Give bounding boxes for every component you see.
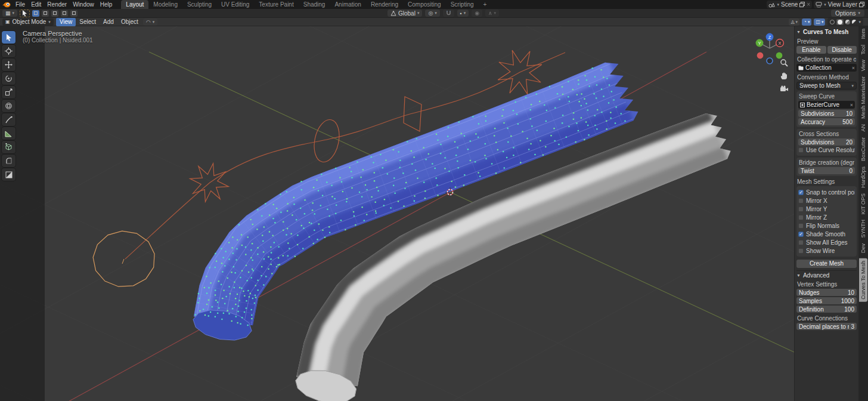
menu-window[interactable]: Window — [70, 0, 97, 9]
mirror-x-row[interactable]: Mirror X — [798, 196, 855, 205]
scene-selector[interactable]: ▾ Scene × — [767, 1, 812, 8]
show-all-edges-checkbox[interactable] — [798, 240, 804, 245]
show-overlays-toggle[interactable]: ◔ ▾ — [802, 18, 811, 26]
disable-button[interactable]: Disable — [827, 46, 857, 54]
proportional-falloff-dropdown[interactable]: ∧ ▾ — [485, 10, 499, 17]
tab-scripting[interactable]: Scripting — [446, 0, 479, 9]
show-all-edges-row[interactable]: Show All Edges — [798, 238, 855, 246]
camera-view-button[interactable] — [779, 84, 789, 94]
decimal-places-slider[interactable]: Decimal places to round t 3 — [796, 323, 857, 330]
shading-solid-active[interactable] — [836, 19, 844, 25]
menu-add[interactable]: Add — [100, 18, 117, 26]
snap-to-control-point-checkbox[interactable]: ✓ — [798, 190, 804, 195]
shading-caret[interactable]: ▾ — [858, 20, 861, 24]
menu-select[interactable]: Select — [76, 18, 100, 26]
gizmo-x-neg[interactable] — [757, 53, 764, 59]
create-mesh-button[interactable]: Create Mesh — [796, 260, 857, 268]
tab-synth[interactable]: SYNTH — [859, 220, 867, 238]
tab-add-workspace[interactable]: + — [479, 0, 492, 9]
pan-button[interactable] — [779, 70, 789, 81]
header-tool-icon-4[interactable] — [61, 10, 68, 17]
sweep-accuracy-slider[interactable]: Accuracy 500 — [798, 118, 855, 125]
tab-uv-editing[interactable]: UV Editing — [216, 0, 254, 9]
tool-cursor[interactable] — [2, 45, 16, 57]
mirror-z-row[interactable]: Mirror Z — [798, 213, 855, 221]
conversion-method-dropdown[interactable]: Sweep to Mesh ▾ — [796, 82, 857, 90]
sweep-curve-clear-icon[interactable]: × — [850, 102, 853, 108]
header-tool-icon-2[interactable] — [42, 10, 49, 17]
tool-extra-1[interactable] — [2, 155, 16, 167]
tab-modeling[interactable]: Modeling — [148, 0, 182, 9]
tab-layout[interactable]: Layout — [121, 0, 148, 9]
panel-header[interactable]: ▼ Curves To Mesh — [796, 27, 857, 36]
menu-edit[interactable]: Edit — [28, 0, 44, 9]
use-curve-resolution-row[interactable]: Use Curve Resolution — [798, 146, 855, 154]
tab-item[interactable]: Item — [859, 29, 867, 39]
advanced-section-header[interactable]: ▼ Advanced — [796, 270, 857, 279]
cross-subdivisions-slider[interactable]: Subdivisions 20 — [798, 138, 855, 146]
xray-toggle[interactable]: ◫ ▾ — [814, 18, 825, 26]
menu-view[interactable]: View — [56, 18, 76, 26]
sweep-subdivisions-slider[interactable]: Subdivisions 10 — [798, 110, 855, 117]
header-tool-icon-5[interactable] — [70, 10, 78, 17]
collection-clear-icon[interactable]: × — [852, 65, 855, 71]
shading-material-icon[interactable] — [845, 20, 850, 24]
viewport-3d[interactable]: Camera Perspective (0) Collection | Nsid… — [0, 26, 794, 401]
collection-field[interactable]: Collection × — [796, 64, 857, 72]
new-view-layer-icon[interactable] — [859, 2, 864, 7]
header-tool-icon-1[interactable] — [32, 10, 39, 17]
zoom-button[interactable] — [779, 57, 789, 68]
definition-slider[interactable]: Definition 100 — [796, 306, 857, 313]
mirror-z-checkbox[interactable] — [798, 215, 804, 220]
tab-mesh-materializer[interactable]: Mesh Materializer — [859, 76, 867, 119]
samples-slider[interactable]: Samples 1000 — [796, 297, 857, 304]
twist-slider[interactable]: Twist 0 — [798, 167, 855, 174]
menu-file[interactable]: File — [13, 0, 28, 9]
tool-select-box[interactable] — [2, 31, 16, 44]
tool-measure[interactable] — [2, 127, 16, 140]
tab-animation[interactable]: Animation — [330, 0, 365, 9]
tab-shading[interactable]: Shading — [299, 0, 330, 9]
tab-kit-ops[interactable]: KIT OPS — [859, 193, 867, 214]
flip-normals-checkbox[interactable] — [798, 223, 804, 229]
tab-boxcutter[interactable]: BoxCutter — [859, 137, 867, 161]
shade-smooth-checkbox[interactable]: ✓ — [798, 232, 804, 237]
menu-object[interactable]: Object — [117, 18, 142, 26]
pivot-point-dropdown[interactable]: ◎ ▾ — [425, 10, 439, 17]
transform-extras-dropdown[interactable]: ◠ ▾ — [143, 18, 157, 26]
editor-type-selector[interactable]: ▦ ▾ — [2, 10, 17, 17]
tool-add-primitive[interactable] — [2, 141, 16, 153]
tab-sculpting[interactable]: Sculpting — [182, 0, 216, 9]
show-gizmos-toggle[interactable]: ◬ ▾ — [789, 18, 799, 26]
active-tool-indicator[interactable] — [20, 10, 30, 17]
tab-dev[interactable]: Dev — [859, 243, 867, 253]
tab-curves-to-mesh[interactable]: Curves To Mesh — [859, 258, 867, 302]
header-tool-icon-3[interactable] — [51, 10, 58, 17]
tab-hardops[interactable]: HardOps — [859, 166, 867, 188]
snap-target-dropdown[interactable]: ▪ ▾ — [457, 10, 469, 17]
tool-rotate[interactable] — [2, 72, 16, 85]
use-curve-resolution-checkbox[interactable] — [798, 147, 804, 153]
shading-wireframe-icon[interactable] — [830, 20, 835, 24]
options-button[interactable]: Options ▾ — [831, 10, 864, 17]
tool-scale[interactable] — [2, 86, 16, 98]
show-wire-checkbox[interactable] — [798, 248, 804, 254]
show-wire-row[interactable]: Show Wire — [798, 246, 855, 255]
unlink-scene-icon[interactable]: × — [807, 1, 810, 8]
enable-button[interactable]: Enable — [796, 46, 826, 54]
flip-normals-row[interactable]: Flip Normals — [798, 221, 855, 230]
new-scene-icon[interactable] — [799, 2, 805, 7]
mode-dropdown[interactable]: ▣ Object Mode ▾ — [2, 18, 54, 26]
tool-extra-2[interactable] — [2, 168, 16, 181]
snap-toggle[interactable] — [443, 10, 454, 17]
mirror-y-checkbox[interactable] — [798, 206, 804, 212]
menu-render[interactable]: Render — [44, 0, 70, 9]
tab-rendering[interactable]: Rendering — [366, 0, 403, 9]
menu-help[interactable]: Help — [97, 0, 116, 9]
tab-tool[interactable]: Tool — [859, 45, 867, 55]
sweep-curve-field[interactable]: BezierCurve × — [798, 101, 855, 109]
mirror-y-row[interactable]: Mirror Y — [798, 205, 855, 213]
shade-smooth-row[interactable]: ✓ Shade Smooth — [798, 230, 855, 238]
snap-to-control-point-row[interactable]: ✓ Snap to control point — [798, 188, 855, 196]
tab-an[interactable]: AN — [859, 124, 867, 132]
